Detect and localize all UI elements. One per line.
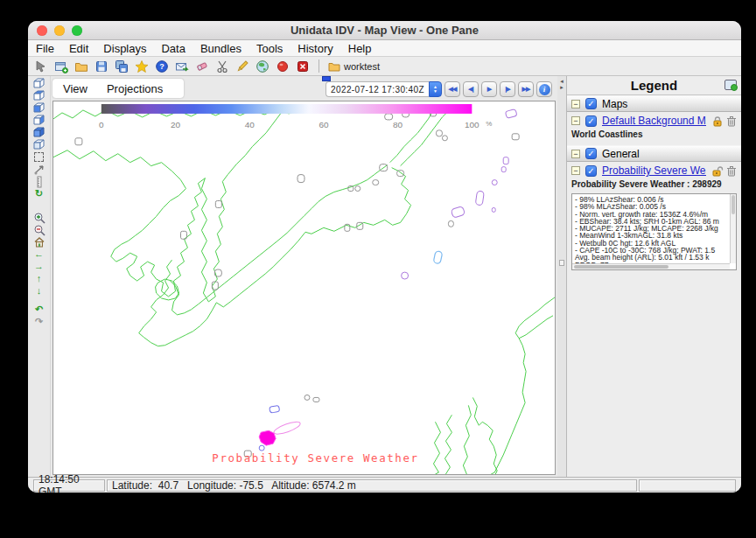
rotate-icon[interactable]: ↻ (32, 188, 46, 199)
home-view-icon[interactable] (32, 236, 46, 248)
zoom-out-icon[interactable] (32, 224, 46, 235)
menu-file[interactable]: File (36, 42, 54, 55)
coastline-layer (53, 105, 555, 474)
collapse-arrows-icon[interactable]: ◂▸ (557, 78, 566, 90)
pan-left-icon[interactable]: ← (32, 248, 46, 260)
probability-blob (259, 420, 301, 446)
background-maps-checkbox[interactable] (585, 115, 597, 127)
minimize-window-button[interactable] (54, 25, 65, 36)
menu-bundles[interactable]: Bundles (200, 42, 242, 55)
cut-icon[interactable] (215, 59, 229, 73)
map-panel: View Projections 2022-07-12 17:30:40Z ▲▼… (51, 76, 557, 477)
menu-displays[interactable]: Displays (103, 42, 146, 55)
menu-help[interactable]: Help (348, 42, 372, 55)
probability-sublabel: Probability Severe Weather : 298929 (567, 179, 741, 192)
erase-icon[interactable] (195, 59, 209, 73)
float-legend-icon[interactable] (724, 80, 737, 90)
probability-checkbox[interactable] (585, 165, 597, 177)
time-spinner[interactable]: ▲▼ (429, 81, 442, 97)
display-name-label: Probability Severe Weather (212, 451, 418, 465)
capture-image-icon[interactable] (276, 59, 290, 73)
app-window: Unidata IDV - Map View - One Pane File E… (28, 21, 741, 493)
pan-down-icon[interactable]: ↓ (32, 285, 46, 297)
trash-icon[interactable] (726, 115, 737, 127)
cube-view-2-icon[interactable] (32, 90, 46, 101)
svg-text:40: 40 (245, 120, 256, 129)
legend-item-probability: Probability Severe Weat... (567, 162, 741, 179)
map-menu-view[interactable]: View (63, 82, 88, 95)
remove-all-displays-icon[interactable] (296, 59, 310, 73)
collapse-icon[interactable] (571, 150, 580, 158)
help-icon[interactable]: ? (155, 59, 169, 73)
legend-title: Legend (631, 78, 677, 93)
svg-text:?: ? (159, 62, 164, 71)
svg-text:%: % (486, 120, 492, 128)
animation-time-field[interactable]: 2022-07-12 17:30:40Z (326, 81, 429, 97)
cube-view-5-icon[interactable] (32, 127, 46, 138)
lock-open-icon[interactable] (711, 165, 724, 177)
colorbar: 0 20 40 60 80 100 % (99, 104, 492, 129)
animation-properties-button[interactable]: i (536, 81, 552, 97)
splitter-handle[interactable] (559, 260, 564, 266)
save-bundle-icon[interactable] (94, 59, 108, 73)
map-display[interactable]: 0 20 40 60 80 100 % Probability Severe W… (52, 101, 556, 475)
svg-text:80: 80 (393, 120, 403, 129)
favorites-star-icon[interactable] (135, 59, 149, 73)
cube-view-3-icon[interactable] (32, 102, 46, 114)
menu-tools[interactable]: Tools (256, 42, 283, 55)
status-clock: 18:14:50 GMT (33, 479, 105, 492)
step-back-button[interactable]: ◀| (463, 81, 479, 97)
animation-progress-marker (322, 76, 331, 81)
cube-view-6-icon[interactable] (32, 139, 46, 150)
details-horizontal-scrollbar[interactable] (572, 263, 730, 269)
pointer-icon[interactable] (34, 59, 48, 73)
cube-view-1-icon[interactable] (32, 78, 46, 89)
trash-icon[interactable] (726, 165, 737, 177)
step-forward-button[interactable]: |▶ (500, 81, 515, 97)
cube-view-4-icon[interactable] (32, 115, 46, 126)
probability-details-box[interactable]: - 98% LLAzShear: 0.006 /s - 98% MLAzShea… (571, 193, 737, 270)
toolbar-separator (318, 59, 319, 73)
collapse-icon[interactable] (571, 166, 580, 175)
legend-splitter[interactable]: ◂▸ (557, 76, 566, 477)
support-request-icon[interactable] (175, 59, 189, 73)
details-vertical-scrollbar[interactable] (730, 194, 736, 263)
menu-data[interactable]: Data (161, 42, 185, 55)
play-button[interactable]: ▶ (481, 81, 497, 97)
fetch-web-globe-icon[interactable] (256, 59, 270, 73)
menu-history[interactable]: History (298, 42, 332, 55)
zoom-window-button[interactable] (72, 25, 82, 36)
workspace-tab[interactable]: worktest (328, 61, 380, 72)
collapse-icon[interactable] (571, 100, 580, 108)
map-view-menubar: View Projections (52, 79, 184, 98)
pan-right-icon[interactable]: → (32, 261, 46, 272)
save-favorite-icon[interactable] (115, 59, 129, 73)
pan-up-icon[interactable]: ↑ (32, 273, 46, 284)
background-maps-link[interactable]: Default Background Maps (602, 115, 706, 127)
close-window-button[interactable] (37, 25, 47, 36)
probability-display-link[interactable]: Probability Severe Weat... (602, 164, 706, 177)
menu-edit[interactable]: Edit (69, 42, 88, 55)
new-window-icon[interactable] (54, 59, 68, 73)
map-menu-projections[interactable]: Projections (107, 82, 163, 95)
maps-checkbox[interactable] (585, 98, 597, 109)
menu-bar: File Edit Displays Data Bundles Tools Hi… (28, 40, 741, 57)
translate-icon[interactable] (32, 164, 46, 175)
redo-icon[interactable]: ↷ (32, 316, 46, 327)
zoom-in-icon[interactable] (32, 212, 46, 223)
collapse-icon[interactable] (571, 116, 580, 125)
legend-item-background-maps: Default Background Maps (567, 112, 741, 129)
vertical-ruler-icon[interactable] (32, 176, 46, 187)
go-to-end-button[interactable]: ▶▶ (518, 81, 534, 97)
undo-icon[interactable]: ↶ (32, 304, 46, 315)
go-to-start-button[interactable]: ◀◀ (444, 81, 460, 97)
legend-group-label: Maps (602, 98, 627, 110)
edit-icon[interactable] (235, 59, 249, 73)
main-toolbar: ? worktest (28, 57, 741, 76)
open-bundle-icon[interactable] (74, 59, 88, 73)
rubber-band-zoom-icon[interactable] (32, 151, 46, 163)
animation-controls: 2022-07-12 17:30:40Z ▲▼ ◀◀ ◀| ▶ |▶ ▶▶ i (326, 81, 552, 97)
general-checkbox[interactable] (585, 148, 597, 159)
lock-closed-icon[interactable] (711, 115, 724, 127)
legend-group-general: General (567, 145, 741, 162)
